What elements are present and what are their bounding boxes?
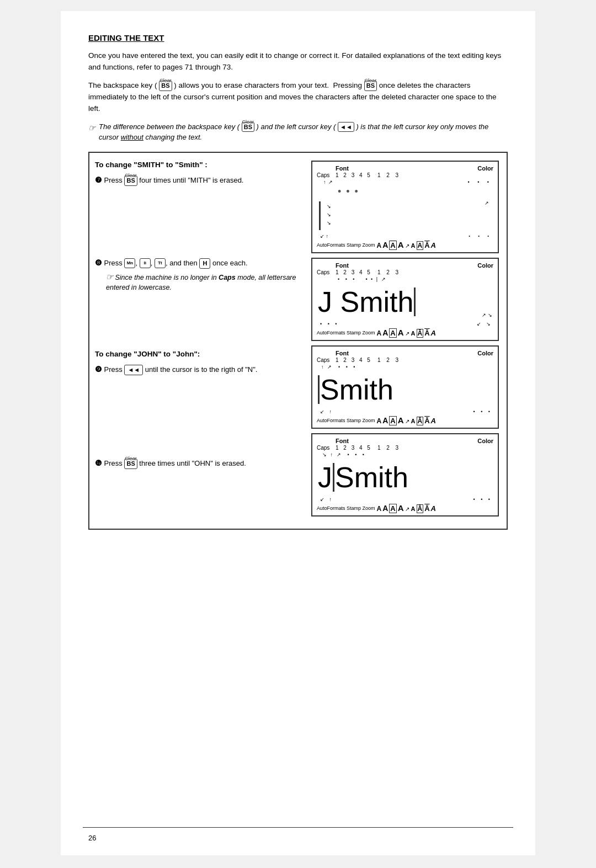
right-column: Font Color Caps 1 2 3 4 5 1 2 3 ↑ ↗ • • … xyxy=(311,161,499,521)
step3-number: ❾ xyxy=(95,365,102,374)
page-number: 26 xyxy=(88,834,96,842)
intro-para-1: Once you have entered the text, you can … xyxy=(88,50,508,73)
section1-header: To change "SMITH" to "Smith" : xyxy=(95,161,302,169)
step3-key: ◄◄ xyxy=(124,365,143,375)
lcd1-tick-tr: ↗ xyxy=(485,200,489,206)
lcd3-af-label: AutoFormats Stamp Zoom xyxy=(317,418,375,423)
lcd2-af-label: AutoFormats Stamp Zoom xyxy=(317,330,375,336)
lcd4-caps-label: Caps xyxy=(317,445,336,451)
lcd4-font-nums: 1 2 3 4 5 xyxy=(336,445,372,451)
step2-note-icon: ☞ xyxy=(106,272,113,281)
step1: ❼ Press ClearBS four times until "MITH" … xyxy=(95,174,302,187)
step2-note: ☞ Since the machine is no longer in Caps… xyxy=(106,271,302,292)
lcd4-af-label: AutoFormats Stamp Zoom xyxy=(317,505,375,511)
step2-number: ❽ xyxy=(95,258,102,267)
lcd1-font-label: Font xyxy=(336,165,349,172)
lcd2-font-nums: 1 2 3 4 5 xyxy=(336,269,372,275)
lcd1-dash-l1: ↘ xyxy=(327,212,331,217)
lcd1-autoformat-row: AutoFormats Stamp Zoom A A A A ↗ A A Ā A xyxy=(317,240,493,250)
lcd2-cursor xyxy=(414,287,416,316)
page-rule xyxy=(83,827,513,828)
step2-key2: Ii xyxy=(140,258,151,268)
lcd2-autoformat-row: AutoFormats Stamp Zoom A A A A ↗ A Ā Ā A xyxy=(317,328,493,338)
intro-para-2: The backspace key ( ClearBS ) allows you… xyxy=(88,80,508,115)
note-left-key: ◄◄ xyxy=(338,122,354,132)
lcd3-font-label: Font xyxy=(336,350,349,356)
lcd1-af-letters: A A A A ↗ A A Ā A xyxy=(377,240,436,250)
lcd4-color-label: Color xyxy=(477,438,493,444)
step3: ❾ Press ◄◄ until the cursor is to the ri… xyxy=(95,364,302,376)
lcd4-cursor xyxy=(333,463,334,492)
step2-key1: Mn xyxy=(124,258,135,268)
page-title: EDITING THE TEXT xyxy=(88,33,508,42)
lcd3-text: Smith xyxy=(320,373,393,406)
lcd1-color-nums: 1 2 3 xyxy=(377,172,401,178)
lcd3-caps-label: Caps xyxy=(317,357,336,363)
lcd4-af-letters: A A A A ↗ A Ā Ā A xyxy=(377,503,436,513)
note-bs-key: ClearBS xyxy=(242,122,254,132)
lcd4-font-label: Font xyxy=(336,438,349,444)
main-content-box: To change "SMITH" to "Smith" : ❼ Press C… xyxy=(88,152,508,530)
lcd3-af-letters: A A A A ↗ A Ā Ā A xyxy=(377,416,436,425)
step4-key: ClearBS xyxy=(124,459,137,469)
bs-key-inline2: ClearBS xyxy=(364,81,377,91)
lcd2-font-label: Font xyxy=(336,262,349,269)
left-column: To change "SMITH" to "Smith" : ❼ Press C… xyxy=(95,161,302,521)
lcd1-color-label: Color xyxy=(477,165,493,172)
lcd1-dash-l2: ↘ xyxy=(327,220,331,226)
lcd1-cursor xyxy=(319,201,321,230)
lcd3-color-label: Color xyxy=(477,350,493,356)
lcd3-font-nums: 1 2 3 4 5 xyxy=(336,357,372,363)
note-text: The difference between the backspace key… xyxy=(99,121,508,143)
lcd-panel-4: Font Color Caps 1 2 3 4 5 1 2 3 ↘ ↑ ↗ • … xyxy=(311,433,499,516)
lcd-panel-1: Font Color Caps 1 2 3 4 5 1 2 3 ↑ ↗ • • … xyxy=(311,161,499,253)
lcd2-text: J Smith xyxy=(318,285,413,318)
lcd3-autoformat-row: AutoFormats Stamp Zoom A A A A ↗ A Ā Ā A xyxy=(317,416,493,425)
note-block: ☞ The difference between the backspace k… xyxy=(88,121,508,143)
lcd-panel-3: Font Color Caps 1 2 3 4 5 1 2 3 ↑ ↗ • • … xyxy=(311,345,499,429)
lcd3-color-nums: 1 2 3 xyxy=(377,357,401,363)
page: EDITING THE TEXT Once you have entered t… xyxy=(61,11,535,855)
lcd1-dash-bl: ↘ xyxy=(327,204,331,209)
lcd1-af-label: AutoFormats Stamp Zoom xyxy=(317,242,375,248)
step1-number: ❼ xyxy=(95,175,102,184)
lcd2-color-label: Color xyxy=(477,262,493,269)
lcd1-font-nums: 1 2 3 4 5 xyxy=(336,172,372,178)
section3-header: To change "JOHN" to "John": xyxy=(95,350,302,358)
lcd4-color-nums: 1 2 3 xyxy=(377,445,401,451)
lcd2-af-letters: A A A A ↗ A Ā Ā A xyxy=(377,328,436,338)
step2-key4: H xyxy=(199,258,210,269)
lcd4-text: Smith xyxy=(335,461,408,494)
step4: ❿ Press ClearBS three times until "OHN" … xyxy=(95,457,302,470)
note-icon: ☞ xyxy=(88,122,95,135)
lcd-panel-2: Font Color Caps 1 2 3 4 5 1 2 3 • • • • … xyxy=(311,258,499,341)
lcd4-autoformat-row: AutoFormats Stamp Zoom A A A A ↗ A Ā Ā A xyxy=(317,503,493,513)
bs-key-inline: ClearBS xyxy=(159,81,172,91)
lcd3-cursor xyxy=(318,375,320,404)
step4-number: ❿ xyxy=(95,459,102,467)
step2: ❽ Press Mn, Ii, Tt, and then H once each… xyxy=(95,257,302,293)
lcd2-caps-label: Caps xyxy=(317,269,336,275)
lcd2-color-nums: 1 2 3 xyxy=(377,269,401,275)
step2-key3: Tt xyxy=(155,258,166,268)
step1-key: ClearBS xyxy=(124,175,137,186)
lcd1-caps-label: Caps xyxy=(317,172,336,178)
lcd4-j: J xyxy=(318,461,332,494)
